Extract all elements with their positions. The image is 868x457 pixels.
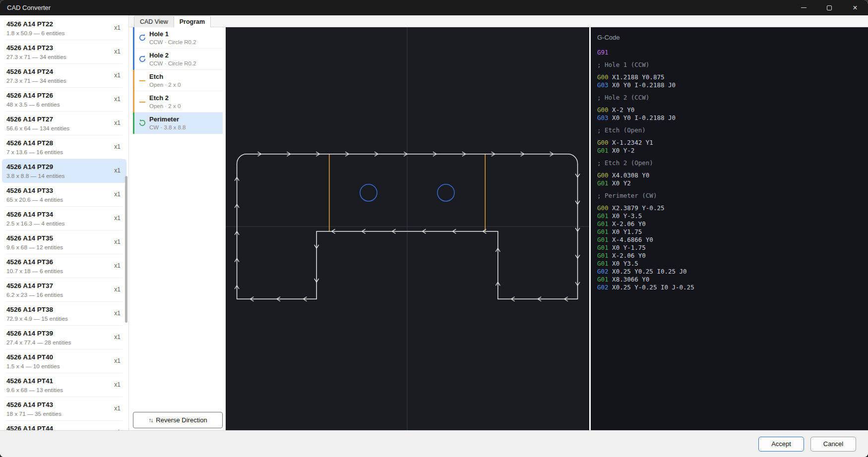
part-list-item[interactable]: 4526 A14 PT401.5 x 4 — 10 entitiesx1: [2, 349, 126, 373]
maximize-button[interactable]: [816, 0, 842, 15]
operation-item-perimeter[interactable]: PerimeterCW · 3.8 x 8.8: [133, 113, 223, 134]
cancel-button[interactable]: Cancel: [810, 437, 856, 452]
gcode-args: X0 Y1.75: [609, 228, 642, 235]
part-name: 4526 A14 PT27: [6, 115, 121, 123]
gcode-blank-line: [597, 134, 868, 139]
gcode-comment-line: ; Etch (Open): [597, 126, 868, 134]
gcode-blank-line: [597, 155, 868, 159]
gcode-comment-line: ; Perimeter (CW): [597, 192, 868, 200]
gcode-args: X0 Y0 I-0.2188 J0: [609, 81, 676, 89]
gcode-comment-line: ; Etch 2 (Open): [597, 159, 868, 167]
gcode-line: G03 X0 Y0 I-0.2188 J0: [597, 81, 868, 89]
ccw-rotation-icon: [138, 34, 146, 42]
gcode-command: G02: [597, 268, 609, 275]
part-list-item[interactable]: 4526 A14 PT2427.3 x 71 — 34 entitiesx1: [2, 64, 126, 88]
operation-item-hole-2[interactable]: Hole 2CCW · Circle R0.2: [133, 49, 223, 70]
gcode-command: G01: [597, 147, 609, 154]
operation-title: Perimeter: [149, 115, 221, 123]
part-list-item[interactable]: 4526 A14 PT4318 x 71 — 35 entitiesx1: [2, 397, 126, 421]
gcode-args: X-2.06 Y0: [609, 220, 646, 228]
gcode-blank-line: [597, 167, 868, 171]
operation-item-etch[interactable]: EtchOpen · 2 x 0: [133, 70, 223, 91]
part-list-item[interactable]: 4526 A14 PT342.5 x 16.3 — 4 entitiesx1: [2, 207, 126, 230]
gcode-blank-line: [597, 57, 868, 61]
gcode-args: X2.3879 Y-0.25: [609, 204, 665, 212]
gcode-command: G01: [597, 260, 609, 267]
part-detail: 72.9 x 4.9 — 15 entities: [6, 315, 121, 322]
part-quantity: x1: [114, 119, 121, 126]
operation-subtitle: CCW · Circle R0.2: [149, 39, 221, 45]
gcode-args: X0.25 Y-0.25 I0 J-0.25: [609, 284, 694, 291]
tab-program[interactable]: Program: [174, 16, 211, 27]
close-button[interactable]: ×: [842, 0, 868, 15]
gcode-command: G01: [597, 179, 609, 187]
gcode-args: X0 Y3.5: [609, 260, 638, 267]
operation-subtitle: Open · 2 x 0: [149, 103, 221, 109]
part-list-item[interactable]: 4526 A14 PT419.6 x 68 — 13 entitiesx1: [2, 373, 126, 397]
part-list-item[interactable]: 4526 A14 PT287 x 13.6 — 16 entitiesx1: [2, 135, 126, 159]
gcode-command: G01: [597, 252, 609, 259]
gcode-line: G01 X-2.06 Y0: [597, 220, 868, 228]
part-name: 4526 A14 PT43: [6, 401, 121, 408]
operations-panel: Hole 1CCW · Circle R0.2Hole 2CCW · Circl…: [129, 27, 226, 430]
gcode-blank-line: [597, 187, 868, 192]
part-list-item[interactable]: 4526 A14 PT376.2 x 23 — 16 entitiesx1: [2, 278, 126, 302]
gcode-listing: G91; Hole 1 (CCW)G00 X1.2188 Y0.875G03 X…: [597, 49, 868, 291]
gcode-args: X-1.2342 Y1: [609, 139, 653, 146]
part-list-item[interactable]: 4526 A14 PT2327.3 x 71 — 34 entitiesx1: [2, 40, 126, 64]
part-name: 4526 A14 PT39: [6, 330, 121, 337]
part-list-item[interactable]: 4526 A14 PT221.8 x 50.9 — 6 entitiesx1: [2, 16, 126, 40]
gcode-line: G01 X0 Y-2: [597, 147, 868, 155]
gcode-blank-line: [597, 69, 868, 73]
part-quantity: x1: [114, 405, 121, 412]
gcode-line: G01 X0 Y1.75: [597, 228, 868, 236]
part-list-item[interactable]: 4526 A14 PT3872.9 x 4.9 — 15 entitiesx1: [2, 302, 126, 326]
minimize-button[interactable]: [791, 0, 816, 15]
operation-title: Hole 2: [149, 52, 221, 59]
gcode-command: G91: [597, 49, 609, 56]
part-list-item[interactable]: 4526 A14 PT293.8 x 8.8 — 14 entitiesx1: [2, 159, 126, 183]
part-detail: 10.7 x 18 — 6 entities: [6, 268, 121, 275]
part-list-item[interactable]: 4526 A14 PT44x1: [2, 421, 126, 430]
gcode-line: G02 X0.25 Y0.25 I0.25 J0: [597, 268, 868, 276]
part-quantity: x1: [114, 215, 121, 222]
operation-subtitle: Open · 2 x 0: [149, 82, 221, 88]
gcode-line: G01 X0 Y-3.5: [597, 212, 868, 220]
part-detail: 2.5 x 16.3 — 4 entities: [6, 220, 121, 227]
gcode-line: G01 X-2.06 Y0: [597, 252, 868, 260]
window-title: CAD Converter: [0, 0, 791, 15]
operation-item-hole-1[interactable]: Hole 1CCW · Circle R0.2: [133, 27, 223, 49]
part-detail: 1.5 x 4 — 10 entities: [6, 363, 121, 370]
gcode-args: X0 Y0 I-0.2188 J0: [609, 114, 676, 121]
part-detail: 48 x 3.5 — 6 entities: [6, 101, 121, 108]
part-list-item[interactable]: 4526 A14 PT2756.6 x 64 — 134 entitiesx1: [2, 112, 126, 135]
part-detail: 65 x 20.6 — 4 entities: [6, 196, 121, 203]
gcode-line: G00 X4.0308 Y0: [597, 171, 868, 179]
part-list-item[interactable]: 4526 A14 PT3927.4 x 77.4 — 28 entitiesx1: [2, 326, 126, 349]
part-list-item[interactable]: 4526 A14 PT3610.7 x 18 — 6 entitiesx1: [2, 254, 126, 278]
operation-item-etch-2[interactable]: Etch 2Open · 2 x 0: [133, 91, 223, 113]
part-quantity: x1: [114, 72, 121, 79]
part-name: 4526 A14 PT35: [6, 234, 121, 242]
part-quantity: x1: [114, 167, 121, 174]
gcode-header: G-Code: [597, 34, 868, 41]
part-name: 4526 A14 PT41: [6, 377, 121, 385]
accept-button[interactable]: Accept: [758, 437, 804, 452]
part-detail: 6.2 x 23 — 16 entities: [6, 291, 121, 298]
part-list-item[interactable]: 4526 A14 PT2648 x 3.5 — 6 entitiesx1: [2, 88, 126, 112]
tab-cad-view[interactable]: CAD View: [134, 16, 174, 27]
part-name: 4526 A14 PT34: [6, 211, 121, 218]
gcode-comment-line: ; Hole 1 (CCW): [597, 61, 868, 69]
gcode-command: G00: [597, 106, 609, 114]
part-list-item[interactable]: 4526 A14 PT3365 x 20.6 — 4 entitiesx1: [2, 183, 126, 207]
gcode-line: G00 X2.3879 Y-0.25: [597, 204, 868, 212]
sidebar-scrollbar[interactable]: [125, 176, 127, 323]
cad-canvas[interactable]: [226, 27, 589, 430]
part-name: 4526 A14 PT24: [6, 68, 121, 75]
part-detail: 3.8 x 8.8 — 14 entities: [6, 172, 121, 179]
reverse-direction-button[interactable]: ↑↓ Reverse Direction: [133, 412, 223, 428]
part-list-item[interactable]: 4526 A14 PT359.6 x 68 — 12 entitiesx1: [2, 230, 126, 254]
gcode-args: X0 Y-2: [609, 147, 635, 154]
titlebar: CAD Converter ×: [0, 0, 868, 15]
gcode-command: G03: [597, 114, 609, 121]
